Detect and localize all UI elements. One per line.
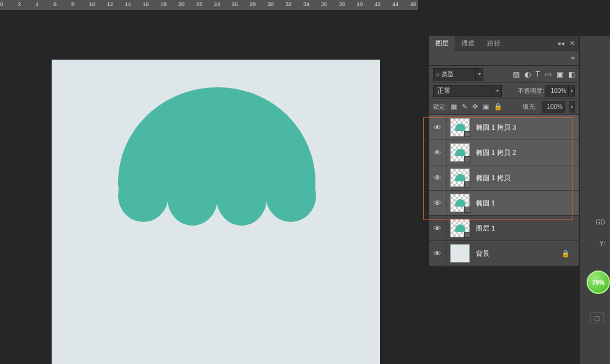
ruler-tick: 20 bbox=[178, 1, 184, 7]
layer-thumbnail[interactable] bbox=[450, 244, 470, 263]
layers-list: 👁椭圆 1 拷贝 3👁椭圆 1 拷贝 2👁椭圆 1 拷贝👁椭圆 1👁图层 1👁背… bbox=[429, 115, 579, 266]
lock-transparency-icon[interactable]: ▦ bbox=[451, 103, 457, 111]
lock-artboard-icon[interactable]: ▣ bbox=[483, 103, 489, 111]
layer-thumbnail[interactable] bbox=[450, 219, 470, 237]
layer-name[interactable]: 椭圆 1 拷贝 bbox=[476, 173, 579, 183]
layer-row[interactable]: 👁椭圆 1 拷贝 bbox=[429, 165, 579, 191]
filter-dropdown[interactable]: ▾ bbox=[476, 68, 483, 81]
layer-name[interactable]: 图层 1 bbox=[476, 224, 579, 233]
layer-name[interactable]: 椭圆 1 拷贝 3 bbox=[476, 123, 579, 132]
ruler-tick: 6 bbox=[53, 1, 57, 7]
panel-menu-icon[interactable]: ≡ bbox=[571, 55, 575, 62]
layer-row[interactable]: 👁椭圆 1 bbox=[429, 191, 579, 216]
lock-row: 锁定: ▦ ✎ ✥ ▣ 🔒 填充: 100% ▾ bbox=[429, 99, 579, 115]
layers-mini-icon[interactable]: ▢ bbox=[590, 312, 604, 323]
layer-thumbnail[interactable] bbox=[450, 194, 470, 212]
filter-toggle-icon[interactable]: ◧ bbox=[568, 70, 575, 79]
layer-name[interactable]: 椭圆 1 bbox=[476, 199, 579, 208]
jellyfish-shape bbox=[118, 87, 317, 229]
canvas[interactable] bbox=[52, 60, 380, 364]
collapse-icon[interactable]: ◂◂ bbox=[557, 39, 564, 47]
lock-pixels-icon[interactable]: ✎ bbox=[462, 103, 467, 111]
right-sidebar: GD Y: ▢ bbox=[579, 36, 610, 364]
layer-name[interactable]: 椭圆 1 拷贝 2 bbox=[476, 148, 579, 157]
close-icon[interactable]: ✕ bbox=[569, 39, 575, 47]
filter-row: ⌕ 类型 ▾ ▨ ◐ T ▭ ▣ ◧ bbox=[429, 66, 579, 83]
svg-point-0 bbox=[118, 169, 168, 222]
filter-shape-icon[interactable]: ▭ bbox=[545, 70, 552, 79]
lock-position-icon[interactable]: ✥ bbox=[472, 103, 478, 111]
gd-label: GD bbox=[596, 219, 605, 226]
layer-filter[interactable]: ⌕ 类型 bbox=[433, 68, 476, 81]
ruler-tick: 36 bbox=[321, 1, 327, 7]
fill-value: 100% bbox=[547, 103, 563, 110]
filter-adjustment-icon[interactable]: ◐ bbox=[525, 70, 531, 79]
ruler-tick: 30 bbox=[267, 1, 274, 7]
ruler-tick: 4 bbox=[36, 1, 39, 7]
svg-point-2 bbox=[216, 170, 267, 226]
layer-row[interactable]: 👁图层 1 bbox=[429, 216, 579, 241]
visibility-toggle[interactable]: 👁 bbox=[429, 165, 446, 190]
layer-row[interactable]: 👁背景🔒 bbox=[429, 241, 579, 266]
ruler-tick: 18 bbox=[160, 1, 167, 7]
fill-input[interactable]: 100% bbox=[542, 101, 565, 113]
zoom-value: 79% bbox=[592, 279, 604, 286]
layers-panel: 图层 通道 路径 ◂◂ ✕ ≡ ⌕ 类型 ▾ ▨ ◐ T ▭ ▣ ◧ 正常 ▾ … bbox=[429, 36, 579, 267]
panel-tabs: 图层 通道 路径 ◂◂ ✕ bbox=[429, 36, 579, 51]
visibility-toggle[interactable]: 👁 bbox=[429, 191, 446, 215]
ruler-tick: 22 bbox=[196, 1, 202, 7]
ruler-tick: 2 bbox=[18, 1, 21, 7]
layer-row[interactable]: 👁椭圆 1 拷贝 3 bbox=[429, 115, 579, 140]
visibility-toggle[interactable]: 👁 bbox=[429, 140, 446, 165]
fill-label: 填充: bbox=[523, 103, 537, 111]
lock-icon: 🔒 bbox=[561, 250, 570, 258]
opacity-value: 100% bbox=[550, 87, 566, 94]
ruler-tick: 8 bbox=[71, 1, 74, 7]
blend-mode-select[interactable]: 正常 bbox=[433, 85, 493, 97]
svg-point-1 bbox=[167, 170, 218, 226]
ruler-tick: 10 bbox=[89, 1, 95, 7]
ruler-tick: 16 bbox=[143, 1, 149, 7]
ruler-tick: 38 bbox=[339, 1, 345, 7]
blend-dropdown-icon[interactable]: ▾ bbox=[493, 85, 502, 97]
filter-pixel-icon[interactable]: ▨ bbox=[513, 70, 520, 79]
layer-thumbnail[interactable] bbox=[450, 118, 470, 136]
layer-name[interactable]: 背景 bbox=[476, 249, 561, 258]
ruler-tick: 24 bbox=[214, 1, 220, 7]
y-label: Y: bbox=[600, 240, 605, 247]
opacity-dropdown-icon[interactable]: ▾ bbox=[569, 85, 575, 97]
ruler-tick: 34 bbox=[303, 1, 309, 7]
visibility-toggle[interactable]: 👁 bbox=[429, 241, 446, 266]
tab-paths[interactable]: 路径 bbox=[481, 36, 507, 51]
zoom-badge: 79% bbox=[587, 271, 610, 294]
visibility-toggle[interactable]: 👁 bbox=[429, 216, 446, 240]
ruler-tick: 46 bbox=[410, 1, 416, 7]
ruler-tick: 12 bbox=[107, 1, 113, 7]
ruler-tick: 44 bbox=[392, 1, 398, 7]
search-icon: ⌕ bbox=[436, 71, 440, 77]
tab-channels[interactable]: 通道 bbox=[455, 36, 481, 51]
layer-row[interactable]: 👁椭圆 1 拷贝 2 bbox=[429, 140, 579, 165]
ruler-tick: 28 bbox=[250, 1, 256, 7]
lock-label: 锁定: bbox=[433, 103, 447, 111]
layer-thumbnail[interactable] bbox=[450, 168, 470, 187]
ruler-tick: 26 bbox=[232, 1, 238, 7]
filter-smartobject-icon[interactable]: ▣ bbox=[557, 70, 563, 79]
blend-row: 正常 ▾ 不透明度: 100% ▾ bbox=[429, 83, 579, 99]
filter-text: 类型 bbox=[442, 70, 454, 79]
visibility-toggle[interactable]: 👁 bbox=[429, 115, 446, 140]
opacity-label: 不透明度: bbox=[518, 87, 544, 95]
ruler-tick: 40 bbox=[357, 1, 363, 7]
ruler-tick: 42 bbox=[374, 1, 381, 7]
lock-all-icon[interactable]: 🔒 bbox=[494, 103, 502, 111]
blend-mode-value: 正常 bbox=[437, 86, 451, 95]
svg-point-3 bbox=[266, 169, 316, 222]
layer-thumbnail[interactable] bbox=[450, 143, 470, 162]
ruler-tick: 0 bbox=[0, 1, 3, 7]
ruler-tick: 32 bbox=[285, 1, 291, 7]
opacity-input[interactable]: 100% bbox=[545, 85, 569, 97]
fill-dropdown-icon[interactable]: ▾ bbox=[569, 101, 575, 113]
filter-type-icon[interactable]: T bbox=[536, 70, 540, 79]
ruler-tick: 14 bbox=[125, 1, 131, 7]
tab-layers[interactable]: 图层 bbox=[429, 36, 455, 51]
